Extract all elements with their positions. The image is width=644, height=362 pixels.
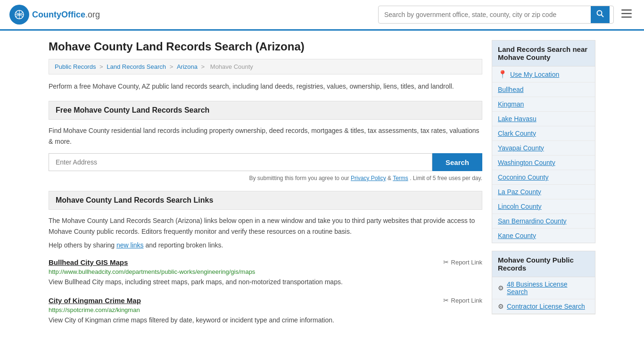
terms-link[interactable]: Terms — [393, 175, 408, 181]
links-section-description: The Mohave County Land Records Search (A… — [49, 215, 482, 237]
report-icon: ✂ — [443, 258, 449, 266]
logo-icon — [9, 5, 29, 25]
link-desc-bullhead-gis: View Bullhead City maps, including stree… — [49, 277, 482, 287]
address-search-form: Search — [49, 153, 482, 171]
gear-icon-2: ⚙ — [498, 303, 504, 310]
breadcrumb-land-records[interactable]: Land Records Search — [107, 63, 166, 70]
report-link-kingman-crime[interactable]: ✂ Report Link — [443, 296, 482, 304]
sidebar-contractor-license[interactable]: ⚙ Contractor License Search — [492, 299, 595, 314]
sidebar-business-license[interactable]: ⚙ 48 Business License Search — [492, 277, 595, 299]
svg-rect-7 — [621, 13, 632, 15]
address-search-button[interactable]: Search — [432, 153, 482, 171]
links-section-heading: Mohave County Land Records Search Links — [49, 191, 482, 210]
svg-line-5 — [602, 15, 604, 17]
address-input[interactable] — [49, 153, 432, 171]
location-pin-icon: 📍 — [498, 70, 507, 79]
public-records-title: Mohave County Public Records — [492, 251, 595, 277]
nearby-section: Land Records Search near Mohave County 📍… — [492, 40, 595, 243]
logo-text: CountyOffice.org — [32, 10, 100, 20]
svg-point-4 — [597, 11, 602, 16]
sidebar-item-san-bernardino-county[interactable]: San Bernardino County — [492, 214, 595, 229]
free-search-heading: Free Mohave County Land Records Search — [49, 101, 482, 120]
header-search-button[interactable] — [591, 6, 610, 23]
breadcrumb-arizona[interactable]: Arizona — [177, 63, 198, 70]
nearby-section-title: Land Records Search near Mohave County — [492, 41, 595, 66]
breadcrumb-public-records[interactable]: Public Records — [55, 63, 96, 70]
public-records-section: Mohave County Public Records ⚙ 48 Busine… — [492, 251, 595, 314]
breadcrumb: Public Records > Land Records Search > A… — [49, 59, 482, 74]
link-url-bullhead-gis[interactable]: http://www.bullheadcity.com/departments/… — [49, 268, 482, 275]
svg-rect-8 — [621, 16, 632, 18]
free-search-description: Find Mohave County residential land reco… — [49, 125, 482, 147]
use-my-location-link[interactable]: Use My Location — [510, 71, 559, 78]
link-item-kingman-crime: City of Kingman Crime Map ✂ Report Link … — [49, 296, 482, 325]
sidebar: Land Records Search near Mohave County 📍… — [492, 40, 595, 335]
sidebar-item-washington-county[interactable]: Washington County — [492, 156, 595, 170]
breadcrumb-current: Mohave County — [210, 63, 253, 70]
main-content: Mohave County Land Records Search (Arizo… — [49, 40, 482, 335]
site-header: CountyOffice.org — [0, 0, 644, 31]
sidebar-item-yavapai-county[interactable]: Yavapai County — [492, 141, 595, 156]
link-url-kingman-crime[interactable]: https://spotcrime.com/az/kingman — [49, 306, 482, 313]
sidebar-item-coconino-county[interactable]: Coconino County — [492, 170, 595, 185]
sidebar-item-clark-county[interactable]: Clark County — [492, 126, 595, 141]
gear-icon-1: ⚙ — [498, 284, 504, 292]
new-links-link[interactable]: new links — [116, 241, 144, 249]
page-description: Perform a free Mohave County, AZ public … — [49, 81, 482, 91]
sidebar-item-lake-havasu[interactable]: Lake Havasu — [492, 112, 595, 126]
main-container: Mohave County Land Records Search (Arizo… — [39, 31, 605, 344]
header-right — [378, 6, 635, 24]
sidebar-item-lincoln-county[interactable]: Lincoln County — [492, 199, 595, 214]
menu-icon[interactable] — [619, 6, 635, 24]
link-title-bullhead-gis[interactable]: Bullhead City GIS Maps — [49, 258, 128, 266]
share-links-text: Help others by sharing new links and rep… — [49, 241, 482, 249]
sidebar-item-bullhead[interactable]: Bullhead — [492, 82, 595, 97]
sidebar-item-kane-county[interactable]: Kane County — [492, 229, 595, 243]
sidebar-item-la-paz-county[interactable]: La Paz County — [492, 185, 595, 199]
logo-area: CountyOffice.org — [9, 5, 100, 25]
use-my-location[interactable]: 📍 Use My Location — [492, 66, 595, 82]
link-item-bullhead-gis: Bullhead City GIS Maps ✂ Report Link htt… — [49, 258, 482, 287]
privacy-policy-link[interactable]: Privacy Policy — [351, 175, 386, 181]
header-search-input[interactable] — [379, 7, 591, 22]
svg-rect-6 — [621, 9, 632, 11]
report-link-bullhead-gis[interactable]: ✂ Report Link — [443, 258, 482, 266]
header-search-bar — [378, 6, 614, 24]
report-icon-2: ✂ — [443, 296, 449, 304]
form-disclaimer: By submitting this form you agree to our… — [49, 175, 482, 181]
link-title-kingman-crime[interactable]: City of Kingman Crime Map — [49, 296, 141, 304]
page-title: Mohave County Land Records Search (Arizo… — [49, 40, 482, 53]
sidebar-item-kingman[interactable]: Kingman — [492, 97, 595, 112]
link-desc-kingman-crime: View City of Kingman crime maps filtered… — [49, 315, 482, 325]
